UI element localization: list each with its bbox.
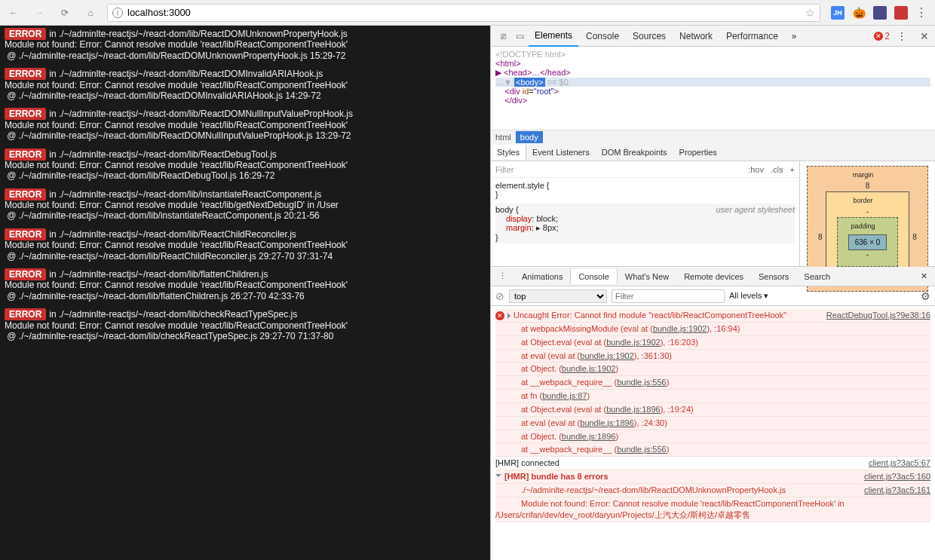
drawer-tab-animations[interactable]: Animations [514,269,570,284]
dom-head[interactable]: ▶ <head>…</head> [495,68,571,77]
extension-red-icon[interactable] [894,6,908,20]
console-line[interactable]: at fn (bundle.js:87) [495,390,930,403]
console-line[interactable]: client.js?3ac5:161./~/adminlte-reactjs/~… [495,484,930,497]
box-content-size: 636 × 0 [848,234,887,250]
tabs-overflow-icon[interactable]: » [786,26,803,46]
dom-body-row[interactable]: …▼ <body> == $0 [495,78,930,87]
console-line[interactable]: at __webpack_require__ (bundle.js:556) [495,376,930,390]
build-error: ERRORin ./~/adminlte-reactjs/~/react-dom… [0,69,490,101]
console-line[interactable]: at Object.eval (eval at (bundle.js:1902)… [495,336,930,350]
site-info-icon[interactable]: i [112,8,123,18]
new-rule-icon[interactable]: + [790,165,795,174]
tab-elements[interactable]: Elements [529,26,578,47]
devtools-menu-icon[interactable]: ⋮ [891,26,912,46]
dom-html[interactable]: <html> [495,59,521,68]
console-line[interactable]: Module not found: Error: Cannot resolve … [495,497,930,522]
box-margin-label: margin [814,171,912,179]
console-output[interactable]: ReactDebugTool.js?9e38:16✕Uncaught Error… [491,306,935,560]
forward-button[interactable]: → [30,4,48,22]
subtab-styles[interactable]: Styles [491,145,526,160]
cls-toggle[interactable]: .cls [771,165,783,174]
css-rules[interactable]: element.style { } user agent stylesheet … [491,178,799,266]
console-line[interactable]: at webpackMissingModule (eval at (bundle… [495,323,930,336]
console-line[interactable]: at eval (eval at (bundle.js:1896), :24:3… [495,417,930,430]
build-error: ERRORin ./~/adminlte-reactjs/~/react-dom… [0,189,490,222]
device-toolbar-icon[interactable]: ▭ [512,31,527,41]
build-error: ERRORin ./~/adminlte-reactjs/~/react-dom… [0,29,490,61]
console-line[interactable]: at eval (eval at (bundle.js:1902), :361:… [495,350,930,363]
extension-pumpkin-icon[interactable]: 🎃 [852,6,866,20]
console-settings-icon[interactable]: ⚙ [921,290,930,302]
styles-tabs: Styles Event Listeners DOM Breakpoints P… [491,143,935,161]
build-error: ERRORin ./~/adminlte-reactjs/~/react-dom… [0,109,490,141]
log-levels-select[interactable]: All levels ▾ [729,291,768,301]
devtools-panel: ⎚ ▭ Elements Console Sources Network Per… [490,26,935,560]
console-line[interactable]: client.js?3ac5:160[HMR] bundle has 8 err… [495,470,930,484]
dom-tree[interactable]: <!DOCTYPE html> <html> ▶ <head>…</head> … [491,47,935,130]
elements-panel: <!DOCTYPE html> <html> ▶ <head>…</head> … [491,47,935,143]
context-select[interactable]: top [509,289,607,303]
build-error: ERRORin ./~/adminlte-reactjs/~/react-dom… [0,309,490,341]
drawer-tab-remote[interactable]: Remote devices [676,269,751,284]
build-error: ERRORin ./~/adminlte-reactjs/~/react-dom… [0,149,490,182]
webpack-error-overlay: ERRORin ./~/adminlte-reactjs/~/react-dom… [0,26,490,560]
tab-network[interactable]: Network [673,26,719,46]
styles-panel: Filter :hov .cls + element.style { } use… [491,161,935,267]
crumb-body[interactable]: body [516,131,543,143]
breadcrumb: html body [491,130,935,143]
devtools-main-tabs: ⎚ ▭ Elements Console Sources Network Per… [491,26,935,47]
back-button[interactable]: ← [5,4,23,22]
extension-jh-icon[interactable]: JH [831,6,845,20]
console-line[interactable]: client.js?3ac5:67[HMR] connected [495,457,930,470]
drawer-tab-search[interactable]: Search [796,269,838,284]
drawer-close-icon[interactable]: ✕ [913,268,935,284]
devtools-close-icon[interactable]: ✕ [914,30,935,42]
console-line[interactable]: at Object. (bundle.js:1902) [495,363,930,376]
url-input[interactable] [127,7,801,18]
clear-console-icon[interactable]: ⊘ [495,290,504,302]
tab-console[interactable]: Console [580,26,625,46]
drawer-tab-sensors[interactable]: Sensors [751,269,796,284]
drawer-tab-whatsnew[interactable]: What's New [618,269,676,284]
console-toolbar: ⊘ top All levels ▾ ⚙ [491,286,935,306]
build-error: ERRORin ./~/adminlte-reactjs/~/react-dom… [0,229,490,262]
dom-div-close: </div> [495,96,527,105]
build-error: ERRORin ./~/adminlte-reactjs/~/react-dom… [0,269,490,301]
box-model-panel: margin 8 8 border - padding 636 × 0 - [799,161,935,266]
console-line[interactable]: ReactDebugTool.js?9e38:16✕Uncaught Error… [495,309,930,323]
subtab-event-listeners[interactable]: Event Listeners [526,145,596,160]
drawer-tabs: ⋮ Animations Console What's New Remote d… [491,267,935,286]
inspect-element-icon[interactable]: ⎚ [495,31,510,41]
error-count-badge[interactable]: ✕2 [874,31,890,41]
box-margin-top: 8 [818,182,917,190]
styles-filter-input[interactable]: Filter [495,165,513,174]
drawer-menu-icon[interactable]: ⋮ [491,268,514,284]
extension-purple-icon[interactable] [873,6,887,20]
address-bar[interactable]: i ☆ [107,4,820,22]
home-button[interactable]: ⌂ [81,4,100,22]
bookmark-star-icon[interactable]: ☆ [805,7,815,19]
extension-icons: JH 🎃 ⋮ [828,5,930,20]
chrome-menu-icon[interactable]: ⋮ [915,5,927,20]
console-line[interactable]: at Object.eval (eval at (bundle.js:1896)… [495,403,930,417]
ua-stylesheet-label: user agent stylesheet [716,205,795,214]
tab-performance[interactable]: Performance [720,26,784,46]
console-line[interactable]: at __webpack_require__ (bundle.js:556) [495,443,930,457]
hov-toggle[interactable]: :hov [748,165,764,174]
console-filter-input[interactable] [612,289,725,303]
tab-sources[interactable]: Sources [627,26,672,46]
dom-doctype: <!DOCTYPE html> [495,50,566,59]
reload-button[interactable]: ⟳ [56,4,74,22]
drawer-tab-console[interactable]: Console [570,269,617,284]
dom-div-root[interactable]: <div id="root"> [495,87,930,96]
subtab-dom-breakpoints[interactable]: DOM Breakpoints [596,145,673,160]
crumb-html[interactable]: html [491,131,516,143]
browser-toolbar: ← → ⟳ ⌂ i ☆ JH 🎃 ⋮ [0,0,935,26]
console-line[interactable]: at Object. (bundle.js:1896) [495,430,930,444]
subtab-properties[interactable]: Properties [673,145,723,160]
